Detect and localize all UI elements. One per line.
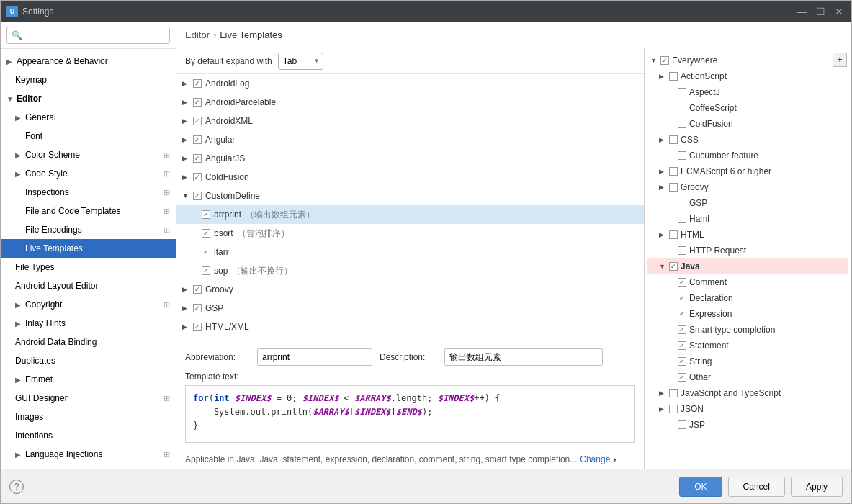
coldfusion-checkbox[interactable] bbox=[193, 173, 202, 181]
sop-checkbox[interactable] bbox=[202, 266, 210, 275]
tpl-group-gsp[interactable]: ▶ GSP bbox=[176, 299, 644, 318]
ctx-java-statement[interactable]: ▶ Statement bbox=[647, 338, 848, 354]
jsp-checkbox[interactable] bbox=[678, 420, 686, 429]
ctx-java-other[interactable]: ▶ Other bbox=[647, 369, 848, 385]
java-checkbox[interactable] bbox=[669, 262, 678, 271]
ctx-html[interactable]: ▶ HTML bbox=[647, 227, 848, 243]
tpl-group-coldfusion[interactable]: ▶ ColdFusion bbox=[176, 168, 644, 186]
sidebar-item-guidesigner[interactable]: GUI Designer ⊞ bbox=[1, 389, 176, 408]
sidebar-item-appearance[interactable]: ▶ Appearance & Behavior bbox=[1, 52, 176, 71]
ctx-haml[interactable]: ▶ Haml bbox=[647, 211, 848, 227]
actionscript-checkbox[interactable] bbox=[669, 72, 678, 81]
cancel-button[interactable]: Cancel bbox=[728, 477, 785, 497]
tpl-item-bsort[interactable]: ▶ bsort （冒泡排序） bbox=[176, 224, 644, 243]
ok-button[interactable]: OK bbox=[679, 477, 722, 497]
ctx-jsts[interactable]: ▶ JavaScript and TypeScript bbox=[647, 385, 848, 401]
aspectj-checkbox[interactable] bbox=[678, 88, 686, 96]
arrprint-checkbox[interactable] bbox=[202, 210, 210, 219]
sidebar-item-editor[interactable]: ▼ Editor bbox=[1, 89, 176, 108]
help-button[interactable]: ? bbox=[9, 480, 24, 494]
ctx-json[interactable]: ▶ JSON bbox=[647, 401, 848, 417]
htmlxml-checkbox[interactable] bbox=[193, 323, 202, 331]
ctx-css[interactable]: ▶ CSS bbox=[647, 132, 848, 148]
sidebar-item-inlayhints[interactable]: ▶ Inlay Hints bbox=[1, 314, 176, 333]
sidebar-item-langinjections[interactable]: ▶ Language Injections ⊞ bbox=[1, 445, 176, 464]
description-input[interactable] bbox=[444, 348, 603, 366]
jsts-checkbox[interactable] bbox=[669, 389, 678, 397]
ctx-java-comment[interactable]: ▶ Comment bbox=[647, 274, 848, 290]
ctx-java[interactable]: ▼ Java bbox=[647, 258, 848, 274]
sidebar-item-codestyle[interactable]: ▶ Code Style ⊞ bbox=[1, 164, 176, 183]
ctx-java-smarttype[interactable]: ▶ Smart type completion bbox=[647, 322, 848, 338]
androidxml-checkbox[interactable] bbox=[193, 117, 202, 125]
tpl-group-httprequest[interactable]: ▶ HTTP Request bbox=[176, 336, 644, 341]
sidebar-item-intentions[interactable]: Intentions bbox=[1, 426, 176, 445]
sidebar-item-fileencodings[interactable]: ▶ File Encodings ⊞ bbox=[1, 220, 176, 239]
customdefine-checkbox[interactable] bbox=[193, 192, 202, 200]
ctx-cucumber[interactable]: ▶ Cucumber feature bbox=[647, 148, 848, 163]
expand-select[interactable]: Tab Space Enter bbox=[278, 53, 323, 70]
ctx-aspectj[interactable]: ▶ AspectJ bbox=[647, 84, 848, 100]
tpl-group-customdefine[interactable]: ▼ CustomDefine bbox=[176, 186, 644, 205]
code-editor[interactable]: for(int $INDEX$ = 0; $INDEX$ < $ARRAY$.l… bbox=[185, 385, 635, 443]
sidebar-item-spelling[interactable]: Spelling bbox=[1, 464, 176, 469]
sidebar-item-filetypes[interactable]: File Types bbox=[1, 258, 176, 276]
string-checkbox[interactable] bbox=[678, 357, 686, 366]
tpl-item-arrprint[interactable]: ▶ arrprint （输出数组元素） bbox=[176, 205, 644, 224]
ctx-java-string[interactable]: ▶ String bbox=[647, 354, 848, 369]
angularjs-checkbox[interactable] bbox=[193, 154, 202, 163]
ctx-httprequest[interactable]: ▶ HTTP Request bbox=[647, 243, 848, 258]
ctx-gsp[interactable]: ▶ GSP bbox=[647, 195, 848, 211]
httprequest-ctx-checkbox[interactable] bbox=[678, 246, 686, 255]
sidebar-item-font[interactable]: ▶ Font bbox=[1, 127, 176, 145]
sidebar-item-images[interactable]: Images bbox=[1, 408, 176, 426]
sidebar-item-inspections[interactable]: ▶ Inspections ⊞ bbox=[1, 183, 176, 202]
ctx-java-declaration[interactable]: ▶ Declaration bbox=[647, 290, 848, 306]
groovy-ctx-checkbox[interactable] bbox=[669, 183, 678, 192]
ctx-everywhere[interactable]: ▼ Everywhere bbox=[647, 53, 848, 68]
sidebar-item-livetemplates[interactable]: ▶ Live Templates bbox=[1, 239, 176, 258]
coldfusion-ctx-checkbox[interactable] bbox=[678, 120, 686, 128]
sidebar-item-androiddatabinding[interactable]: Android Data Binding bbox=[1, 333, 176, 351]
ctx-java-expression[interactable]: ▶ Expression bbox=[647, 306, 848, 322]
sidebar-item-emmet[interactable]: ▶ Emmet bbox=[1, 370, 176, 389]
maximize-button[interactable]: ☐ bbox=[814, 5, 827, 18]
androidparcelable-checkbox[interactable] bbox=[193, 98, 202, 107]
tpl-group-androidlog[interactable]: ▶ AndroidLog bbox=[176, 74, 644, 93]
abbreviation-input[interactable] bbox=[257, 348, 372, 366]
sidebar-item-androidlayout[interactable]: Android Layout Editor bbox=[1, 276, 176, 295]
tpl-group-groovy[interactable]: ▶ Groovy bbox=[176, 280, 644, 299]
tpl-group-angular[interactable]: ▶ Angular bbox=[176, 130, 644, 149]
cucumber-checkbox[interactable] bbox=[678, 151, 686, 160]
coffeescript-checkbox[interactable] bbox=[678, 104, 686, 112]
sidebar-item-duplicates[interactable]: Duplicates bbox=[1, 351, 176, 370]
tpl-group-htmlxml[interactable]: ▶ HTML/XML bbox=[176, 318, 644, 336]
androidlog-checkbox[interactable] bbox=[193, 79, 202, 88]
sidebar-item-keymap[interactable]: Keymap bbox=[1, 71, 176, 89]
everywhere-checkbox[interactable] bbox=[660, 56, 669, 65]
tpl-group-angularjs[interactable]: ▶ AngularJS bbox=[176, 149, 644, 168]
tpl-item-itarr[interactable]: ▶ itarr bbox=[176, 243, 644, 261]
angular-checkbox[interactable] bbox=[193, 135, 202, 144]
change-link[interactable]: Change bbox=[580, 454, 610, 464]
sidebar-item-copyright[interactable]: ▶ Copyright ⊞ bbox=[1, 295, 176, 314]
json-checkbox[interactable] bbox=[669, 405, 678, 413]
gsp-ctx-checkbox[interactable] bbox=[678, 199, 686, 207]
ecmascript6-checkbox[interactable] bbox=[669, 167, 678, 176]
close-button[interactable]: ✕ bbox=[833, 5, 846, 18]
search-input[interactable] bbox=[6, 27, 170, 44]
sidebar-item-filecodetpl[interactable]: ▶ File and Code Templates ⊞ bbox=[1, 202, 176, 220]
sidebar-item-colorscheme[interactable]: ▶ Color Scheme ⊞ bbox=[1, 145, 176, 164]
itarr-checkbox[interactable] bbox=[202, 248, 210, 256]
css-checkbox[interactable] bbox=[669, 135, 678, 144]
minimize-button[interactable]: — bbox=[795, 5, 808, 18]
expression-checkbox[interactable] bbox=[678, 310, 686, 318]
other-checkbox[interactable] bbox=[678, 373, 686, 382]
ctx-ecmascript6[interactable]: ▶ ECMAScript 6 or higher bbox=[647, 163, 848, 179]
gsp-checkbox[interactable] bbox=[193, 304, 202, 312]
tpl-item-sop[interactable]: ▶ sop （输出不换行） bbox=[176, 261, 644, 280]
sidebar-item-general[interactable]: ▶ General bbox=[1, 108, 176, 127]
bsort-checkbox[interactable] bbox=[202, 229, 210, 238]
ctx-actionscript[interactable]: ▶ ActionScript bbox=[647, 68, 848, 84]
smarttype-checkbox[interactable] bbox=[678, 325, 686, 334]
